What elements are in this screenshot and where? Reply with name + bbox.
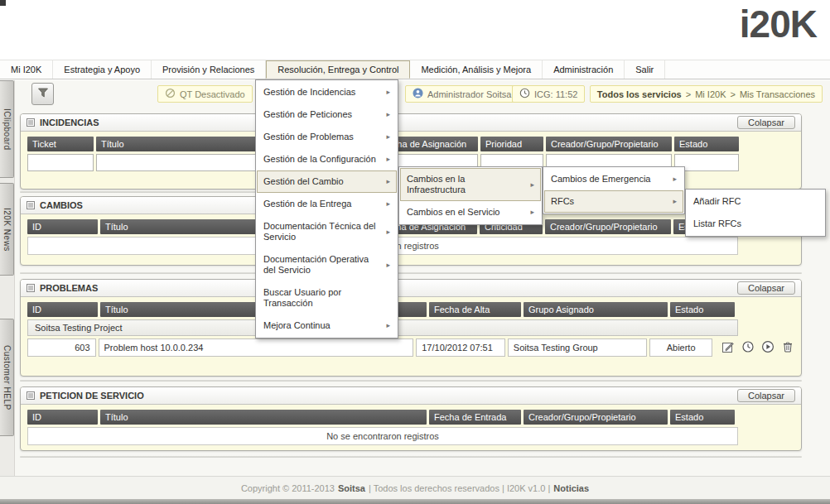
- column-header-fecha-entrada[interactable]: Fecha de Entrada: [429, 410, 521, 425]
- menu-item-doc-tecnica[interactable]: Documentación Técnica del Servicio ▸: [257, 215, 397, 248]
- menu-item-cambios-infraestructura[interactable]: Cambios en la Infraestructura ▸: [400, 168, 541, 201]
- menubar-item-mi-i20k[interactable]: Mi I20K: [0, 60, 53, 79]
- column-header-titulo[interactable]: Título: [100, 410, 427, 425]
- footer-news-link[interactable]: Noticias: [553, 483, 589, 493]
- menu-item-gestion-problemas[interactable]: Gestión de Problemas ▸: [257, 126, 397, 148]
- edit-button[interactable]: [721, 341, 735, 355]
- delete-button[interactable]: [780, 341, 794, 355]
- sidebar-tab-customer-help[interactable]: Customer HELP: [0, 319, 14, 436]
- column-header-ticket[interactable]: Ticket: [27, 137, 94, 151]
- menubar-item-resolucion[interactable]: Resolución, Entrega y Control: [266, 60, 410, 79]
- submenu-arrow-icon: ▸: [673, 174, 677, 185]
- menubar-item-provision[interactable]: Provisión y Relaciones: [152, 60, 266, 79]
- table-row: 603 Problem host 10.0.0.234 17/10/2012 0…: [27, 338, 794, 357]
- menu-item-gestion-incidencias[interactable]: Gestión de Incidencias ▸: [257, 81, 397, 103]
- column-header-grupo-asignado[interactable]: Grupo Asignado: [524, 302, 668, 317]
- qt-status-badge[interactable]: QT Desactivado: [157, 85, 253, 103]
- submenu-arrow-icon: ▸: [386, 87, 390, 98]
- peticion-header-row: ID Título Fecha de Entrada Creador/Grupo…: [27, 410, 794, 425]
- column-header-creador[interactable]: Creador/Grupo/Propietario: [545, 219, 671, 234]
- column-header-estado[interactable]: Estado: [674, 137, 739, 151]
- panel-title: PETICION DE SERVICIO: [40, 391, 144, 401]
- menu-item-gestion-cambio[interactable]: Gestión del Cambio ▸: [257, 170, 397, 193]
- column-header-creador[interactable]: Creador/Grupo/Propietario: [546, 137, 672, 151]
- panel-separator: [20, 272, 802, 274]
- menu-item-gestion-peticiones[interactable]: Gestión de Peticiones ▸: [257, 103, 397, 126]
- breadcrumb-root[interactable]: Todos los servicios: [597, 89, 682, 99]
- submenu-arrow-icon: ▸: [386, 227, 390, 238]
- column-header-prioridad[interactable]: Prioridad: [480, 137, 543, 151]
- menu-item-listar-rfcs[interactable]: Listar RFCs: [687, 213, 824, 235]
- submenu-arrow-icon: ▸: [386, 132, 390, 142]
- menu-item-gestion-configuracion[interactable]: Gestión de la Configuración ▸: [257, 148, 397, 170]
- collapse-button[interactable]: Colapsar: [737, 389, 795, 402]
- submenu-arrow-icon: ▸: [530, 180, 534, 190]
- footer: Copyright © 2011-2013 Soitsa | Todos los…: [0, 476, 830, 499]
- breadcrumb-mid[interactable]: Mi I20K: [695, 89, 726, 99]
- logged-user-badge: Administrador Soitsa: [405, 85, 519, 103]
- history-clock-icon: [741, 340, 755, 356]
- panel-separator: [20, 380, 802, 382]
- filter-input-ticket[interactable]: [27, 154, 94, 171]
- cell-fecha-alta: 17/10/2012 07:51: [416, 338, 505, 357]
- edit-icon: [721, 340, 735, 356]
- menubar-item-administracion[interactable]: Administración: [543, 60, 625, 79]
- play-circle-icon: [761, 340, 775, 356]
- user-icon: [413, 88, 423, 100]
- menu-item-anadir-rfc[interactable]: Añadir RFC: [687, 190, 824, 213]
- menu-item-mejora-continua[interactable]: Mejora Continua ▸: [257, 314, 397, 337]
- submenu-arrow-icon: ▸: [386, 260, 390, 271]
- panel-incidencias-titlebar: INCIDENCIAS Colapsar: [21, 114, 801, 132]
- clock-badge: ICG: 11:52: [512, 85, 585, 103]
- menu-item-gestion-entrega[interactable]: Gestión de la Entrega ▸: [257, 193, 397, 215]
- panel-problemas: PROBLEMAS Colapsar ID Título Fecha de Al…: [20, 279, 802, 377]
- column-header-id[interactable]: ID: [27, 219, 98, 234]
- submenu-arrow-icon: ▸: [386, 199, 390, 209]
- menubar-item-estrategia[interactable]: Estrategia y Apoyo: [53, 60, 152, 79]
- execute-button[interactable]: [760, 341, 775, 355]
- qt-disabled-icon: [165, 88, 176, 100]
- sidebar-tab-i20k-news[interactable]: I20K News: [0, 183, 14, 276]
- cell-id: 603: [27, 338, 96, 357]
- app-logo: i20K: [740, 2, 817, 46]
- clock-icon: [519, 88, 530, 100]
- incidencias-header-row: Ticket Título Fecha de Asignación Priori…: [27, 137, 794, 151]
- menu-item-doc-operativa[interactable]: Documentación Operativa del Servicio ▸: [257, 248, 397, 281]
- column-header-id[interactable]: ID: [27, 302, 98, 317]
- footer-brand: Soitsa: [338, 483, 365, 493]
- footer-copyright: Copyright © 2011-2013: [241, 483, 335, 493]
- menubar-item-salir[interactable]: Salir: [625, 60, 665, 79]
- sidebar-tab-iclipboard[interactable]: IClipboard: [0, 80, 14, 178]
- collapse-button[interactable]: Colapsar: [737, 116, 795, 129]
- submenu-rfcs: Añadir RFC Listar RFCs: [685, 189, 826, 237]
- filter-button[interactable]: [31, 83, 54, 105]
- menu-item-cambios-servicio[interactable]: Cambios en el Servicio ▸: [400, 201, 541, 223]
- breadcrumb-leaf: Mis Transacciones: [740, 89, 815, 99]
- submenu-arrow-icon: ▸: [386, 154, 390, 165]
- menu-item-rfcs[interactable]: RFCs ▸: [544, 190, 683, 213]
- cell-grupo: Soitsa Testing Group: [508, 338, 647, 357]
- problemas-header-row: ID Título Fecha de Alta Grupo Asignado E…: [27, 302, 794, 317]
- collapse-button[interactable]: Colapsar: [737, 281, 795, 295]
- history-button[interactable]: [741, 341, 755, 355]
- menubar-item-medicion[interactable]: Medición, Análisis y Mejora: [410, 60, 543, 79]
- panel-title: CAMBIOS: [40, 200, 83, 210]
- clock-label: ICG: 11:52: [534, 89, 577, 99]
- footer-rights: | Todos los derechos reservados | I20K v…: [369, 483, 550, 493]
- submenu-arrow-icon: ▸: [530, 207, 534, 218]
- column-header-fecha-alta[interactable]: Fecha de Alta: [429, 302, 521, 317]
- menu-item-cambios-emergencia[interactable]: Cambios de Emergencia ▸: [544, 168, 683, 190]
- menu-item-buscar-usuario[interactable]: Buscar Usuario por Transacción: [257, 281, 397, 314]
- breadcrumb: Todos los servicios > Mi I20K > Mis Tran…: [590, 85, 823, 103]
- column-header-estado[interactable]: Estado: [670, 302, 735, 317]
- submenu-arrow-icon: ▸: [386, 176, 390, 187]
- funnel-icon: [36, 86, 50, 102]
- app-window: i20K Mi I20K Estrategia y Apoyo Provisió…: [0, 0, 830, 504]
- panel-title: INCIDENCIAS: [40, 118, 99, 127]
- column-header-estado[interactable]: Estado: [670, 410, 735, 425]
- panel-title: PROBLEMAS: [40, 283, 98, 293]
- breadcrumb-separator: >: [730, 89, 735, 99]
- column-header-id[interactable]: ID: [27, 410, 98, 425]
- column-header-creador[interactable]: Creador/Grupo/Propietario: [524, 410, 668, 425]
- panel-icon: [27, 388, 35, 403]
